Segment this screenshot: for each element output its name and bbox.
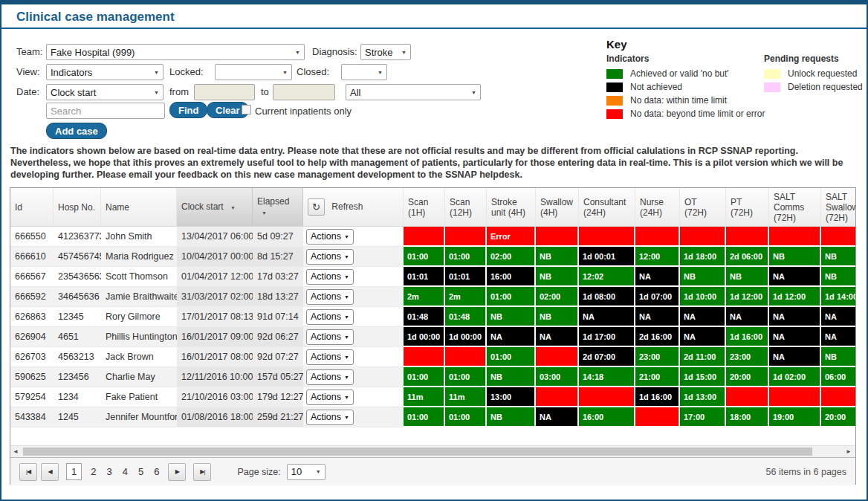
indicator-cell: 23:00 — [726, 347, 769, 367]
cell-clock-start: 31/03/2017 02:00 — [177, 287, 253, 307]
cell-name: Jack Brown — [101, 347, 177, 367]
page-number-6[interactable]: 6 — [154, 466, 159, 477]
closed-label: Closed: — [297, 66, 329, 77]
refresh-label: Refresh — [331, 201, 363, 212]
cell-id: 626703 — [10, 347, 54, 367]
add-case-button[interactable]: Add case — [46, 123, 107, 139]
key-item: Deletion requested — [764, 80, 863, 94]
cell-elapsed: 8d 15:27 — [253, 247, 303, 267]
indicator-cell — [769, 387, 821, 407]
date-field-select[interactable]: Clock start ▼ — [46, 84, 163, 100]
locked-select[interactable]: ▼ — [215, 64, 292, 80]
search-input[interactable] — [46, 103, 165, 119]
last-page-button[interactable]: ▶| — [193, 463, 211, 481]
actions-label: Actions — [311, 392, 341, 402]
case-row: 666610457456745Maria Rodriguez10/04/2017… — [10, 247, 855, 267]
cell-elapsed: 157d 05:27 — [253, 367, 303, 387]
indicator-cell: NA — [579, 307, 635, 327]
indicator-cell: 12:00 — [635, 247, 680, 267]
page-size-select[interactable]: 10 ▼ — [287, 464, 326, 480]
col-header-scan-12h: Scan (12H) — [445, 188, 487, 227]
cell-actions: Actions▼ — [303, 407, 404, 427]
col-header-pt-72h: PT (72H) — [726, 188, 769, 227]
view-select[interactable]: Indicators ▼ — [46, 64, 163, 80]
indicator-cell: 01:00 — [445, 407, 487, 427]
col-header-stroke-unit-4h: Stroke unit (4H) — [487, 188, 536, 227]
page-number-3[interactable]: 3 — [106, 466, 111, 477]
indicator-cell: 1d 16:00 — [635, 387, 680, 407]
horizontal-scrollbar[interactable]: ◄ ► — [10, 445, 855, 457]
cases-grid: Id Hosp No. Name Clock start ▼ Elapsed ▼ — [10, 187, 856, 485]
refresh-icon[interactable]: ↻ — [308, 198, 325, 216]
actions-dropdown[interactable]: Actions▼ — [306, 390, 354, 405]
prev-page-button[interactable]: ◀ — [41, 463, 59, 481]
page-number-2[interactable]: 2 — [91, 466, 96, 477]
range-select[interactable]: All ▼ — [346, 84, 481, 100]
indicator-cell: NA — [487, 327, 536, 347]
pager-bar: |◀ ◀ 123456 ▶ ▶| Page size: 10 ▼ 56 item… — [10, 457, 855, 485]
key-swatch — [606, 96, 623, 106]
key-item-label: Unlock requested — [788, 68, 857, 79]
range-select-value: All — [350, 87, 360, 98]
cell-elapsed: 92d 06:27 — [253, 327, 303, 347]
page-number-5[interactable]: 5 — [138, 466, 143, 477]
cell-hosp-no: 123456 — [54, 367, 101, 387]
indicator-cell — [635, 227, 680, 247]
cell-hosp-no: 12345 — [54, 307, 101, 327]
actions-dropdown[interactable]: Actions▼ — [306, 229, 354, 245]
indicator-cell: 02:00 — [536, 287, 579, 307]
actions-dropdown[interactable]: Actions▼ — [306, 269, 354, 285]
indicator-cell: NB — [726, 267, 769, 287]
page-title: Clinical case management — [16, 10, 175, 25]
actions-dropdown[interactable]: Actions▼ — [306, 369, 354, 385]
col-header-elapsed[interactable]: Elapsed ▼ — [253, 188, 303, 227]
chevron-down-icon: ▼ — [344, 395, 349, 400]
actions-dropdown[interactable]: Actions▼ — [306, 410, 354, 425]
cell-actions: Actions▼ — [303, 307, 404, 327]
actions-dropdown[interactable]: Actions▼ — [306, 309, 354, 325]
find-button[interactable]: Find — [169, 102, 207, 118]
actions-dropdown[interactable]: Actions▼ — [306, 329, 354, 345]
actions-dropdown[interactable]: Actions▼ — [306, 249, 354, 265]
indicator-cell: 23:00 — [635, 347, 680, 367]
indicator-cell — [404, 347, 445, 367]
scroll-right-icon[interactable]: ► — [846, 448, 852, 455]
diagnosis-select[interactable]: Stroke ▼ — [360, 44, 411, 60]
indicator-cell: NB — [821, 247, 855, 267]
next-page-button[interactable]: ▶ — [168, 463, 186, 481]
actions-label: Actions — [311, 352, 341, 362]
indicator-cell: NB — [821, 347, 855, 367]
key-item-label: Not achieved — [630, 82, 682, 92]
cell-name: Maria Rodriguez — [101, 247, 177, 267]
date-from-input[interactable] — [194, 84, 255, 100]
closed-select[interactable]: ▼ — [341, 64, 387, 80]
indicator-cell — [821, 227, 855, 247]
page-number-4[interactable]: 4 — [123, 466, 128, 477]
col-header-clock-start[interactable]: Clock start ▼ — [177, 188, 253, 227]
indicator-cell: NA — [769, 347, 821, 367]
key-swatch — [606, 109, 623, 119]
date-to-input[interactable] — [273, 84, 335, 100]
current-inpatients-checkbox[interactable] — [242, 105, 251, 114]
team-select[interactable]: Fake Hospital (999) ▼ — [46, 44, 305, 60]
scrollbar-thumb[interactable] — [23, 447, 812, 456]
indicator-cell: 1d 16:00 — [726, 327, 769, 347]
page-number-1[interactable]: 1 — [66, 463, 82, 480]
indicator-cell: NA — [769, 267, 821, 287]
cell-elapsed: 91d 07:14 — [253, 307, 303, 327]
actions-dropdown[interactable]: Actions▼ — [306, 289, 354, 305]
cell-name: Fake Patient — [101, 387, 177, 407]
indicator-cell: NA — [821, 327, 855, 347]
scroll-left-icon[interactable]: ◄ — [13, 448, 19, 455]
indicator-cell — [680, 227, 726, 247]
indicator-cell: 1d 02:00 — [769, 367, 821, 387]
indicator-cell: 2d 16:00 — [635, 327, 680, 347]
col-header-swallow-4h: Swallow (4H) — [536, 188, 579, 227]
indicator-cell — [579, 227, 635, 247]
cases-table: Id Hosp No. Name Clock start ▼ Elapsed ▼ — [10, 188, 855, 427]
actions-dropdown[interactable]: Actions▼ — [306, 349, 354, 365]
indicator-cell: 1d 08:00 — [579, 287, 635, 307]
first-page-button[interactable]: |◀ — [19, 463, 37, 481]
cell-name: John Smith — [101, 227, 177, 247]
key-item: Achieved or valid 'no but' — [606, 67, 765, 80]
